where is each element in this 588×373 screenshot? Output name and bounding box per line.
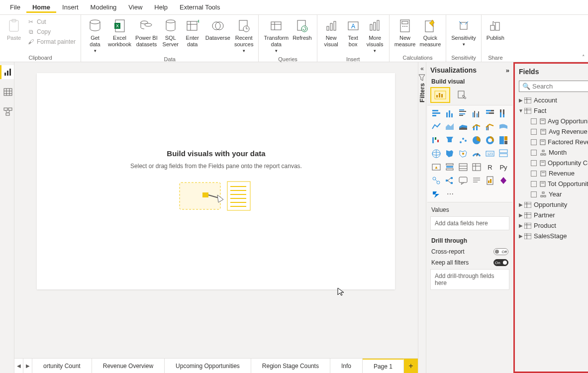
azure-map-icon[interactable]: [457, 148, 469, 160]
model-view-button[interactable]: [0, 105, 14, 119]
menu-home[interactable]: Home: [26, 1, 56, 13]
table-product[interactable]: ▶Product: [517, 220, 588, 231]
get-more-visuals-icon[interactable]: ⋯: [444, 188, 456, 200]
data-view-button[interactable]: [0, 85, 14, 99]
menu-modeling[interactable]: Modeling: [85, 1, 123, 13]
sql-server-button[interactable]: SQL Server: [160, 17, 182, 49]
kpi-icon[interactable]: ▲: [430, 161, 442, 173]
table-partner[interactable]: ▶Partner: [517, 210, 588, 220]
keep-filters-toggle[interactable]: On: [493, 259, 508, 266]
menu-insert[interactable]: Insert: [56, 1, 85, 13]
enter-data-button[interactable]: +Enter data: [182, 17, 203, 49]
format-painter-button[interactable]: 🖌Format painter: [25, 37, 78, 47]
stacked-bar-icon[interactable]: [430, 107, 442, 119]
cut-button[interactable]: ✂Cut: [25, 17, 78, 27]
page-tab-0[interactable]: ortunity Count: [32, 359, 92, 373]
card-icon[interactable]: 123: [484, 148, 496, 160]
fields-search-input[interactable]: [532, 83, 588, 90]
fields-search-box[interactable]: 🔍: [519, 81, 588, 92]
values-drop-well[interactable]: Add data fields here: [430, 216, 509, 230]
slicer-icon[interactable]: [444, 161, 456, 173]
report-canvas[interactable]: Build visuals with your data Select or d…: [37, 73, 395, 289]
line-chart-icon[interactable]: [430, 121, 442, 133]
menu-file[interactable]: File: [4, 1, 26, 13]
table-salesstage[interactable]: ▶SalesStage: [517, 231, 588, 241]
new-measure-button[interactable]: New measure: [392, 17, 418, 49]
key-influencers-icon[interactable]: [430, 175, 442, 186]
menu-external-tools[interactable]: External Tools: [174, 1, 226, 13]
excel-workbook-button[interactable]: XExcel workbook: [106, 17, 133, 49]
line-clustered-column-icon[interactable]: [484, 121, 496, 133]
funnel-icon[interactable]: [444, 134, 456, 146]
map-icon[interactable]: [430, 148, 442, 160]
ribbon-chart-icon[interactable]: [497, 121, 509, 133]
page-tab-3[interactable]: Region Stage Counts: [251, 359, 330, 373]
field-avg-revenue[interactable]: Avg Revenue: [517, 126, 588, 137]
field-revenue[interactable]: Revenue: [517, 168, 588, 179]
field-checkbox[interactable]: [531, 139, 537, 145]
decomposition-tree-icon[interactable]: [444, 175, 456, 186]
pie-icon[interactable]: [471, 134, 483, 146]
field-tot-opportunity[interactable]: Tot Opportunity ...: [517, 179, 588, 189]
clustered-column-icon[interactable]: [471, 107, 483, 119]
table-fact[interactable]: ▼Fact⋯: [517, 105, 588, 116]
table-opportunity[interactable]: ▶Opportunity: [517, 199, 588, 210]
field-checkbox[interactable]: [531, 160, 537, 166]
page-tab-2[interactable]: Upcoming Opportunities: [165, 359, 251, 373]
sensitivity-button[interactable]: Sensitivity▾: [449, 17, 478, 49]
canvas-area[interactable]: Build visuals with your data Select or d…: [14, 62, 418, 358]
r-visual-icon[interactable]: R: [484, 161, 496, 173]
tabs-next-button[interactable]: ▶: [23, 359, 32, 373]
clustered-bar-icon[interactable]: [457, 107, 469, 119]
multi-row-card-icon[interactable]: [497, 148, 509, 160]
gauge-icon[interactable]: [471, 148, 483, 160]
field-opportunity-count[interactable]: Opportunity Cou...: [517, 158, 588, 168]
area-chart-icon[interactable]: [444, 121, 456, 133]
table-visual-icon[interactable]: [457, 161, 469, 173]
field-avg-opportunity[interactable]: Avg Opportunity...: [517, 116, 588, 126]
donut-icon[interactable]: [484, 134, 496, 146]
page-tab-1[interactable]: Revenue Overview: [92, 359, 165, 373]
report-view-button[interactable]: [0, 65, 14, 79]
add-page-button[interactable]: +: [404, 359, 418, 373]
smart-narrative-icon[interactable]: [471, 175, 483, 186]
text-box-button[interactable]: AText box: [342, 17, 364, 49]
filters-expand-button[interactable]: «: [420, 65, 424, 72]
powerapps-visual-icon[interactable]: [497, 175, 509, 186]
drillthrough-drop-well[interactable]: Add drill-through fields here: [430, 269, 509, 290]
field-factored-revenue[interactable]: Factored Revenue: [517, 137, 588, 147]
cross-report-toggle[interactable]: Off: [493, 248, 508, 255]
field-checkbox[interactable]: [531, 181, 537, 187]
paginated-report-icon[interactable]: [484, 175, 496, 186]
new-visual-button[interactable]: New visual: [320, 17, 342, 49]
tabs-prev-button[interactable]: ◀: [14, 359, 23, 373]
page-tab-5[interactable]: Page 1: [363, 359, 404, 373]
field-year[interactable]: Year: [517, 189, 588, 199]
python-visual-icon[interactable]: Py: [497, 161, 509, 173]
line-stacked-column-icon[interactable]: [471, 121, 483, 133]
waterfall-icon[interactable]: [430, 134, 442, 146]
paste-button[interactable]: Paste: [3, 17, 25, 42]
qa-visual-icon[interactable]: [457, 175, 469, 186]
copy-button[interactable]: ⧉Copy: [25, 27, 78, 37]
viz-collapse-button[interactable]: »: [506, 67, 509, 74]
field-checkbox[interactable]: [531, 191, 537, 197]
quick-measure-button[interactable]: Quick measure: [417, 17, 443, 49]
build-visual-mode-button[interactable]: [431, 88, 449, 102]
matrix-icon[interactable]: [471, 161, 483, 173]
field-checkbox[interactable]: [531, 171, 537, 177]
dataverse-button[interactable]: Dataverse: [203, 17, 232, 42]
transform-data-button[interactable]: Transform data▾: [262, 17, 291, 55]
scatter-icon[interactable]: [457, 134, 469, 146]
powerbi-datasets-button[interactable]: Power BI datasets: [133, 17, 160, 49]
get-data-button[interactable]: Get data▾: [84, 17, 106, 55]
stacked-area-icon[interactable]: [457, 121, 469, 133]
stacked-bar-100-icon[interactable]: [484, 107, 496, 119]
publish-button[interactable]: Publish: [485, 17, 506, 42]
treemap-icon[interactable]: [497, 134, 509, 146]
more-visuals-button[interactable]: More visuals▾: [364, 17, 386, 55]
field-checkbox[interactable]: [531, 118, 537, 124]
table-account[interactable]: ▶Account: [517, 95, 588, 105]
filled-map-icon[interactable]: [444, 148, 456, 160]
menu-view[interactable]: View: [122, 1, 148, 13]
